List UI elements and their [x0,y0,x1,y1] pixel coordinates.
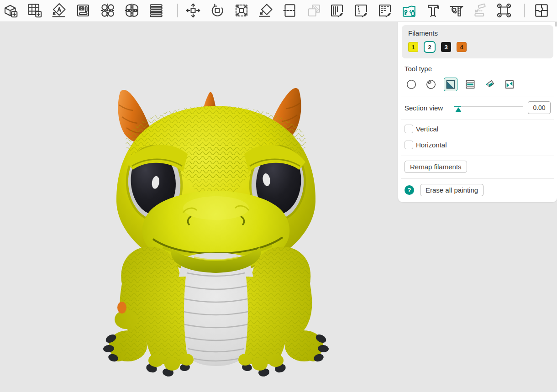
erase-all-painting-button[interactable]: Erase all painting [420,184,483,196]
rotate-icon[interactable] [209,2,226,19]
move-icon[interactable] [184,2,202,19]
section-view-slider[interactable] [454,104,523,112]
seam-painting-icon[interactable] [352,2,370,19]
triangle-tool-icon[interactable] [444,78,457,91]
gap-fill-icon[interactable] [503,78,516,91]
cut-icon[interactable] [281,2,299,19]
color-painting-panel: Filaments 1 2 3 4 Tool type [398,21,557,202]
section-view-row: Section view [398,97,557,119]
vertical-checkbox-row[interactable]: Vertical [398,121,557,137]
lay-on-face-icon[interactable] [257,2,274,19]
sphere-brush-icon[interactable] [424,78,438,91]
toolbar-separator [524,4,525,17]
tool-type-label: Tool type [405,65,551,73]
scale-icon[interactable] [233,2,250,19]
variable-layers-icon[interactable] [147,2,165,19]
help-icon[interactable]: ? [405,185,414,195]
divider [401,156,554,156]
divider [401,120,554,120]
fuzzy-skin-painting-icon[interactable] [376,2,394,19]
remap-filaments-button[interactable]: Remap filaments [405,161,467,173]
panel-scrollbar-thumb[interactable] [555,22,557,26]
section-view-value[interactable] [528,101,551,114]
text-tool-icon[interactable] [424,2,441,19]
filament-swatch-2[interactable]: 2 [424,41,436,53]
toolbar-separator [177,4,178,17]
color-painting-icon[interactable] [400,2,418,19]
bucket-fill-icon[interactable] [483,78,497,91]
split-to-parts-icon[interactable] [123,2,141,19]
support-painting-icon[interactable] [328,2,346,19]
filaments-section: Filaments 1 2 3 4 [402,25,553,58]
vertical-checkbox[interactable] [405,125,413,133]
model-dragon[interactable] [94,82,331,379]
slider-handle[interactable] [455,107,462,112]
divider [401,96,554,96]
horizontal-label: Horizontal [416,141,447,149]
filament-swatch-3[interactable]: 3 [441,42,451,52]
circle-brush-icon[interactable] [405,78,418,91]
split-to-objects-icon[interactable] [99,2,116,19]
erase-row: ? Erase all painting [398,180,557,202]
height-range-icon[interactable] [463,78,477,91]
filaments-label: Filaments [408,29,547,37]
mesh-boolean-icon[interactable] [305,2,323,19]
filament-swatch-1[interactable]: 1 [408,42,418,52]
add-object-icon[interactable] [2,2,19,19]
vertical-label: Vertical [416,125,438,133]
tool-type-options [405,78,551,91]
filament-swatch-4[interactable]: 4 [457,42,467,52]
filament-swatches: 1 2 3 4 [408,41,547,53]
remap-row: Remap filaments [398,157,557,178]
fix-model-icon[interactable] [495,2,513,19]
auto-orient-icon[interactable] [50,2,68,19]
main-toolbar [0,0,557,22]
tool-type-section: Tool type [398,58,557,95]
assembly-view-icon[interactable] [533,2,550,19]
arrange-icon[interactable] [74,2,92,19]
flatten-icon[interactable] [471,2,489,19]
add-plate-icon[interactable] [26,2,43,19]
horizontal-checkbox[interactable] [405,141,413,149]
slider-track[interactable] [454,106,523,107]
measure-icon[interactable] [448,2,465,19]
section-view-label: Section view [405,104,443,112]
divider [401,178,554,179]
horizontal-checkbox-row[interactable]: Horizontal [398,137,557,155]
